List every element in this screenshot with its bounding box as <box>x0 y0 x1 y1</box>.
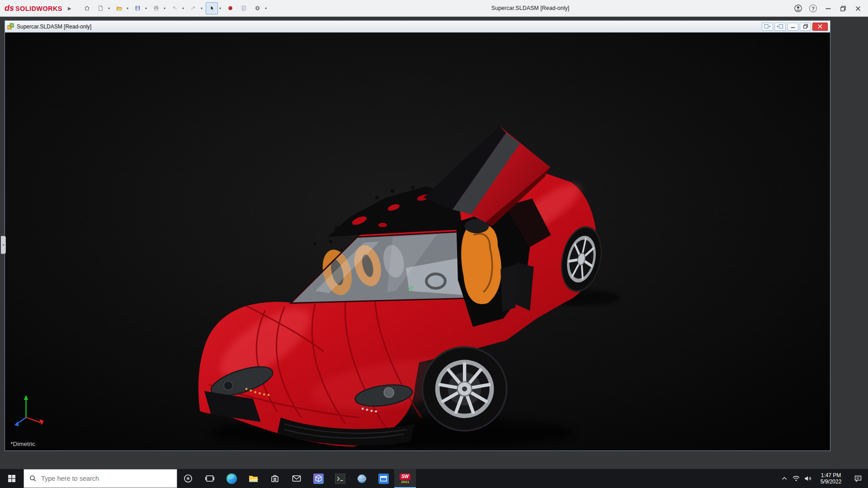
red-circle-icon <box>227 4 233 12</box>
doc-close-button[interactable] <box>812 23 828 31</box>
cortana-icon <box>183 474 193 483</box>
edge-button[interactable] <box>221 469 242 488</box>
sphere-app-button[interactable] <box>351 469 373 488</box>
options-button[interactable] <box>251 2 264 14</box>
solidworks-app-icon: SW 2021 <box>400 474 410 484</box>
solidworks-letters: SW <box>400 474 410 480</box>
print-caret[interactable]: ▾ <box>162 2 167 14</box>
restore-icon <box>840 5 847 12</box>
print-button[interactable] <box>150 2 162 14</box>
feature-panel-collapse-tab[interactable]: ◂ <box>1 236 6 254</box>
windows-taskbar: SW 2021 1:47 PM 5/9/2022 <box>0 469 868 488</box>
task-view-button[interactable] <box>199 469 221 488</box>
app-minimize-button[interactable] <box>821 2 835 15</box>
standard-toolbar: ▾ ▾ ▾ ▾ ▾ ▾ ▾ <box>80 2 269 14</box>
assembly-icon <box>7 23 14 30</box>
redo-caret[interactable]: ▾ <box>199 2 204 14</box>
file-explorer-button[interactable] <box>242 469 264 488</box>
options-gear-icon <box>255 4 260 12</box>
open-button[interactable] <box>113 2 125 14</box>
undo-caret[interactable]: ▾ <box>181 2 186 14</box>
store-icon <box>270 474 280 483</box>
app-restore-button[interactable] <box>836 2 849 15</box>
solidworks-year: 2021 <box>401 480 409 484</box>
cortana-button[interactable] <box>177 469 199 488</box>
solidworks-logo: ds SOLIDWORKS <box>5 4 62 13</box>
home-button[interactable] <box>81 2 93 14</box>
mail-icon <box>292 474 302 483</box>
open-folder-icon <box>116 4 122 12</box>
new-document-icon <box>98 4 104 12</box>
blue-window-app-button[interactable] <box>373 469 394 488</box>
document-properties-button[interactable] <box>238 2 250 14</box>
taskbar-clock[interactable]: 1:47 PM 5/9/2022 <box>814 469 848 488</box>
undo-icon <box>172 4 178 12</box>
mail-button[interactable] <box>286 469 307 488</box>
print-icon <box>153 4 159 12</box>
file-explorer-icon <box>248 474 259 484</box>
network-button[interactable] <box>790 469 802 488</box>
toolbar-flyout-arrow-icon[interactable]: ▶ <box>68 6 71 11</box>
save-caret[interactable]: ▾ <box>144 2 149 14</box>
system-tray: 1:47 PM 5/9/2022 <box>778 469 868 488</box>
cube-app-button[interactable] <box>307 469 329 488</box>
taskbar-search-box[interactable] <box>24 469 177 488</box>
view-orientation-label: *Dimetric <box>10 441 35 447</box>
cube-app-icon <box>313 474 324 484</box>
help-icon: ? <box>809 5 817 12</box>
clock-time: 1:47 PM <box>821 472 841 479</box>
minimize-icon <box>825 5 832 12</box>
sphere-app-icon <box>357 474 367 484</box>
save-button[interactable] <box>132 2 144 14</box>
start-button[interactable] <box>0 469 24 488</box>
red-circle-button[interactable] <box>224 2 236 14</box>
volume-button[interactable] <box>802 469 814 488</box>
minimize-icon <box>790 24 796 29</box>
blue-window-app-icon <box>378 474 389 484</box>
pane-toggle-button-1[interactable] <box>762 23 773 31</box>
terminal-app-button[interactable] <box>329 469 351 488</box>
close-icon <box>817 24 823 29</box>
close-icon <box>854 5 862 12</box>
search-icon <box>29 475 37 482</box>
account-button[interactable] <box>792 2 805 15</box>
new-document-caret[interactable]: ▾ <box>107 2 112 14</box>
app-close-button[interactable] <box>851 2 864 15</box>
select-tool-button[interactable] <box>206 2 218 14</box>
network-icon <box>792 474 800 483</box>
document-titlebar: Supercar.SLDASM [Read-only] <box>5 21 830 33</box>
app-titlebar: ds SOLIDWORKS ▶ ▾ ▾ ▾ ▾ ▾ ▾ <box>0 0 868 17</box>
select-tool-caret[interactable]: ▾ <box>218 2 223 14</box>
search-input[interactable] <box>40 474 177 483</box>
open-caret[interactable]: ▾ <box>125 2 130 14</box>
home-icon <box>84 4 90 12</box>
redo-button[interactable] <box>187 2 199 14</box>
account-icon <box>794 4 802 13</box>
select-arrow-icon <box>209 4 215 12</box>
doc-restore-button[interactable] <box>800 23 811 31</box>
tray-overflow-button[interactable] <box>778 469 790 488</box>
viewport-3d[interactable]: *Dimetric <box>5 33 830 450</box>
doc-minimize-button[interactable] <box>787 23 798 31</box>
store-button[interactable] <box>264 469 286 488</box>
document-properties-icon <box>241 4 247 12</box>
pane-toggle-icon-2 <box>777 24 783 29</box>
help-button[interactable]: ? <box>807 2 820 15</box>
options-caret[interactable]: ▾ <box>264 2 269 14</box>
action-center-button[interactable] <box>848 469 868 488</box>
solidworks-app-button[interactable]: SW 2021 <box>394 469 416 488</box>
pane-toggle-icon-1 <box>764 24 771 29</box>
window-title: Supercar.SLDASM [Read-only] <box>491 0 569 17</box>
volume-icon <box>804 474 812 483</box>
graphics-area: *Dimetric <box>5 33 830 450</box>
titlebar-right-controls: ? <box>792 0 868 17</box>
document-title: Supercar.SLDASM [Read-only] <box>17 23 91 30</box>
pane-toggle-button-2[interactable] <box>774 23 786 31</box>
edge-icon <box>226 474 237 484</box>
restore-icon <box>803 24 808 29</box>
start-icon <box>7 474 16 483</box>
tray-up-arrow-icon <box>781 475 788 482</box>
clock-date: 5/9/2022 <box>821 479 842 485</box>
new-document-button[interactable] <box>94 2 107 14</box>
undo-button[interactable] <box>169 2 181 14</box>
